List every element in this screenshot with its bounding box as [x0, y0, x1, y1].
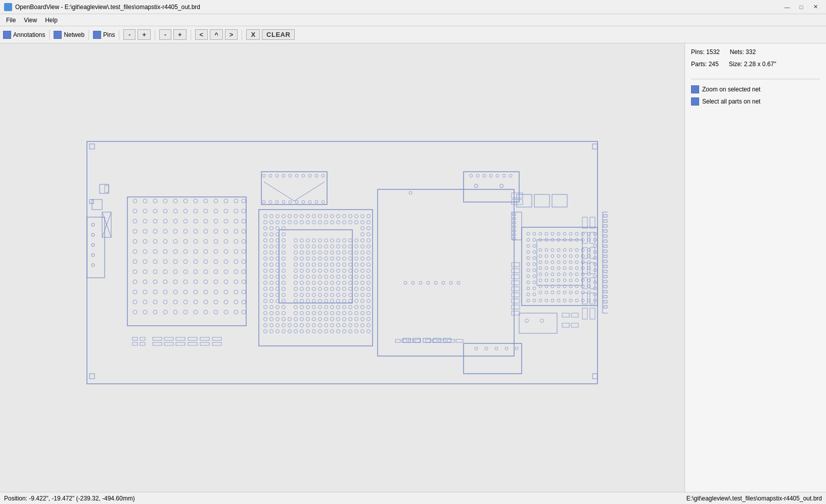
svg-point-470: [349, 293, 352, 297]
svg-point-120: [242, 280, 246, 284]
svg-point-346: [361, 251, 364, 255]
svg-point-358: [361, 263, 364, 267]
pins-toggle[interactable]: Pins: [93, 31, 115, 39]
svg-point-197: [355, 215, 358, 218]
svg-point-251: [318, 245, 322, 248]
svg-point-623: [551, 267, 554, 270]
svg-point-21: [214, 199, 218, 203]
svg-rect-729: [132, 342, 137, 345]
annotations-toggle[interactable]: Annotations: [3, 31, 45, 39]
svg-rect-505: [378, 189, 514, 356]
svg-point-437: [337, 324, 340, 327]
select-parts-checkbox[interactable]: [691, 97, 699, 106]
svg-point-631: [545, 273, 548, 276]
svg-point-312: [355, 275, 358, 279]
close-button[interactable]: ✕: [809, 2, 822, 12]
svg-point-528: [475, 184, 478, 188]
select-parts-label: Select all parts on net: [702, 98, 760, 105]
sep5: [191, 30, 191, 40]
svg-point-5: [91, 254, 95, 257]
svg-point-625: [563, 267, 566, 270]
svg-point-450: [306, 330, 310, 333]
svg-point-435: [325, 324, 328, 327]
svg-point-278: [349, 257, 352, 261]
parts-label: Parts:: [691, 61, 707, 68]
annotations-checkbox[interactable]: [3, 31, 11, 39]
svg-point-717: [515, 347, 518, 350]
svg-point-237: [300, 239, 304, 242]
svg-point-633: [557, 273, 560, 276]
svg-point-225: [270, 233, 273, 236]
shrink-button[interactable]: -: [159, 29, 171, 40]
svg-point-483: [294, 306, 298, 309]
svg-point-416: [318, 318, 322, 321]
svg-point-675: [581, 299, 584, 302]
svg-point-297: [331, 269, 334, 273]
select-parts-button[interactable]: Select all parts on net: [691, 97, 820, 106]
svg-point-40: [163, 219, 167, 223]
svg-point-333: [349, 287, 352, 291]
svg-rect-690: [604, 270, 607, 273]
svg-point-198: [361, 215, 364, 218]
svg-point-406: [361, 312, 364, 315]
svg-point-592: [533, 293, 536, 296]
svg-point-191: [318, 215, 322, 218]
svg-point-329: [325, 287, 328, 291]
netweb-toggle[interactable]: Netweb: [54, 31, 84, 39]
svg-point-185: [282, 215, 286, 218]
svg-point-715: [495, 347, 498, 350]
svg-point-243: [337, 239, 340, 242]
svg-rect-683: [604, 235, 607, 237]
svg-point-281: [300, 263, 304, 267]
svg-point-122: [143, 290, 147, 294]
svg-point-173: [282, 200, 285, 204]
netweb-checkbox[interactable]: [54, 31, 62, 39]
svg-point-288: [343, 263, 346, 267]
pins-checkbox[interactable]: [93, 31, 101, 39]
zoom-net-button[interactable]: Zoom on selected net: [691, 85, 820, 93]
svg-rect-721: [132, 337, 137, 340]
svg-rect-517: [423, 338, 431, 342]
svg-point-54: [183, 229, 188, 233]
clear-button[interactable]: CLEAR: [262, 29, 295, 40]
close-net-button[interactable]: X: [246, 29, 260, 40]
sep4: [155, 30, 155, 40]
svg-point-497: [312, 312, 316, 315]
svg-rect-706: [582, 278, 587, 289]
menu-view[interactable]: View: [20, 16, 41, 25]
svg-point-63: [153, 239, 157, 243]
svg-point-551: [575, 232, 578, 235]
svg-point-663: [575, 291, 578, 294]
board-canvas[interactable]: [0, 43, 684, 492]
svg-point-382: [361, 287, 364, 291]
nav-left-button[interactable]: <: [195, 29, 208, 40]
svg-rect-693: [604, 285, 607, 288]
zoom-out-button[interactable]: -: [123, 29, 135, 40]
svg-rect-684: [604, 240, 607, 242]
svg-point-414: [306, 318, 310, 321]
svg-point-24: [242, 199, 246, 203]
svg-point-640: [545, 279, 548, 282]
svg-point-600: [575, 248, 578, 251]
svg-point-458: [355, 330, 358, 333]
menu-help[interactable]: Help: [41, 16, 62, 25]
nav-right-button[interactable]: >: [225, 29, 238, 40]
svg-rect-681: [604, 225, 607, 227]
svg-point-77: [173, 249, 177, 254]
svg-rect-731: [153, 342, 162, 345]
svg-point-478: [331, 299, 334, 303]
svg-point-216: [361, 221, 364, 224]
expand-button[interactable]: +: [173, 29, 187, 40]
minimize-button[interactable]: —: [781, 2, 794, 12]
svg-point-121: [133, 290, 137, 294]
svg-point-545: [539, 232, 542, 235]
svg-point-107: [234, 270, 238, 274]
svg-rect-157: [261, 172, 327, 205]
nav-up-button[interactable]: ^: [210, 29, 223, 40]
menu-file[interactable]: File: [2, 16, 20, 25]
size-value: 2.28 x 0.67": [744, 61, 776, 68]
zoom-net-checkbox[interactable]: [691, 85, 699, 93]
svg-point-113: [173, 280, 177, 284]
maximize-button[interactable]: □: [795, 2, 808, 12]
zoom-in-button[interactable]: +: [137, 29, 151, 40]
